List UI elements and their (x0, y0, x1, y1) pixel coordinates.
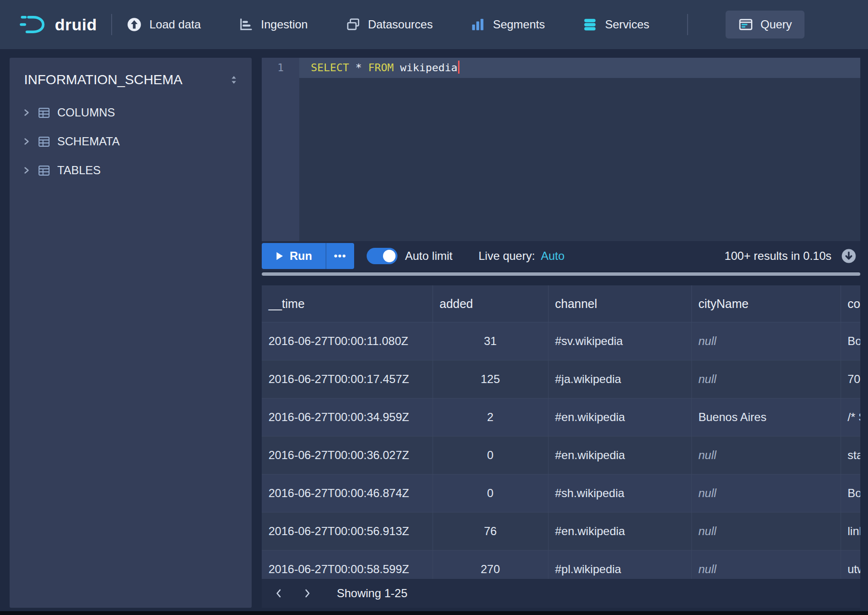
table-cell[interactable]: 2 (433, 398, 548, 436)
nav-divider (687, 14, 688, 35)
druid-brand[interactable]: druid (19, 13, 97, 36)
nav-item-datasources[interactable]: Datasources (345, 17, 433, 32)
table-cell[interactable]: 0 (433, 474, 548, 512)
table-cell[interactable]: 2016-06-27T00:00:56.913Z (262, 512, 433, 551)
nav-item-ingestion[interactable]: Ingestion (238, 17, 307, 32)
toggle-knob (383, 250, 396, 262)
table-header-row: __timeaddedchannelcityNamecomment (262, 285, 860, 322)
run-button[interactable]: Run (262, 243, 326, 269)
run-toolbar: Run ••• Auto limit Live query: Auto 100+… (262, 241, 860, 271)
chevron-right-icon (22, 166, 31, 175)
chevron-right-icon (22, 108, 31, 117)
table-cell[interactable]: 2016-06-27T00:00:34.959Z (262, 398, 433, 436)
sql-code-line: SELECT * FROM wikipedia (299, 58, 460, 241)
schema-title: INFORMATION_SCHEMA (24, 72, 182, 88)
table-cell[interactable]: 125 (433, 360, 548, 398)
nav-item-label: Datasources (368, 18, 433, 31)
table-row: 2016-06-27T00:00:46.874Z0#sh.wikipedianu… (262, 474, 860, 512)
tree-item-schemata[interactable]: SCHEMATA (10, 127, 252, 156)
services-icon (582, 17, 598, 32)
table-cell[interactable]: 2016-06-27T00:00:17.457Z (262, 360, 433, 398)
nav-item-query[interactable]: Query (726, 11, 804, 38)
table-cell[interactable]: link (841, 512, 860, 551)
sql-editor[interactable]: 1 SELECT * FROM wikipedia (262, 58, 860, 241)
double-caret-vertical-icon (229, 75, 239, 85)
column-header-time[interactable]: __time (262, 285, 433, 322)
table-row: 2016-06-27T00:00:56.913Z76#en.wikipedian… (262, 512, 860, 551)
table-cell[interactable]: /* S (841, 398, 860, 436)
sql-token: * (349, 62, 368, 74)
line-number: 1 (277, 62, 283, 74)
showing-label: Showing 1-25 (337, 587, 408, 600)
table-cell[interactable]: Bo (841, 474, 860, 512)
table-cell[interactable]: 2016-06-27T00:00:36.027Z (262, 436, 433, 474)
table-cell[interactable]: #en.wikipedia (548, 512, 691, 551)
table-cell[interactable]: null (691, 512, 841, 551)
table-cell[interactable]: 70. (841, 360, 860, 398)
bottom-strip (0, 611, 868, 615)
toggle-switch[interactable] (367, 248, 397, 264)
table-cell[interactable]: null (691, 474, 841, 512)
sql-token: FROM (368, 62, 394, 74)
table-cell[interactable]: 31 (433, 322, 548, 360)
results-meta: 100+ results in 0.10s (725, 247, 860, 265)
live-query-value[interactable]: Auto (541, 249, 564, 263)
nav-item-segments[interactable]: Segments (470, 17, 545, 32)
next-page-button[interactable] (296, 583, 318, 604)
table-cell[interactable]: #en.wikipedia (548, 436, 691, 474)
table-cell[interactable]: Buenos Aires (691, 398, 841, 436)
nav-item-services[interactable]: Services (582, 17, 649, 32)
table-row: 2016-06-27T00:00:17.457Z125#ja.wikipedia… (262, 360, 860, 398)
table-cell[interactable]: 2016-06-27T00:00:46.874Z (262, 474, 433, 512)
table-cell[interactable]: Bo (841, 322, 860, 360)
table-cell[interactable]: #sv.wikipedia (548, 322, 691, 360)
tree-item-tables[interactable]: TABLES (10, 156, 252, 185)
horizontal-scrollbar[interactable] (262, 272, 860, 276)
column-header-cityName[interactable]: cityName (691, 285, 841, 322)
nav-item-label: Query (761, 18, 792, 31)
results-area: __timeaddedchannelcityNamecomment2016-06… (262, 285, 860, 608)
prev-page-button[interactable] (268, 583, 290, 604)
nav-item-label: Services (605, 18, 649, 31)
play-icon (275, 251, 284, 261)
tree-item-label: TABLES (57, 164, 101, 177)
table-cell[interactable]: null (691, 436, 841, 474)
auto-limit-label: Auto limit (405, 249, 453, 263)
table-cell[interactable]: #ja.wikipedia (548, 360, 691, 398)
table-icon (38, 135, 51, 148)
run-more-button[interactable]: ••• (326, 243, 354, 269)
column-header-added[interactable]: added (433, 285, 548, 322)
main-nav: Load dataIngestionDatasourcesSegmentsSer… (127, 11, 804, 38)
schema-sidebar: INFORMATION_SCHEMA COLUMNSSCHEMATATABLES (10, 58, 252, 608)
top-navbar: druid Load dataIngestionDatasourcesSegme… (0, 0, 868, 49)
table-row: 2016-06-27T00:00:36.027Z0#en.wikipedianu… (262, 436, 860, 474)
auto-limit-toggle[interactable]: Auto limit (367, 248, 453, 264)
download-results-button[interactable] (840, 247, 857, 265)
run-button-label: Run (290, 249, 312, 263)
results-table: __timeaddedchannelcityNamecomment2016-06… (262, 285, 860, 589)
table-icon (38, 164, 51, 177)
schema-selector-button[interactable] (229, 75, 239, 85)
schema-tree: COLUMNSSCHEMATATABLES (10, 98, 252, 185)
table-cell[interactable]: #sh.wikipedia (548, 474, 691, 512)
upload-circle-icon (127, 17, 142, 32)
table-cell[interactable]: 76 (433, 512, 548, 551)
table-cell[interactable]: null (691, 322, 841, 360)
nav-item-load-data[interactable]: Load data (127, 17, 201, 32)
sql-token: SELECT (311, 62, 349, 74)
column-header-channel[interactable]: channel (548, 285, 691, 322)
tree-item-columns[interactable]: COLUMNS (10, 98, 252, 127)
column-header-comment[interactable]: comment (841, 285, 860, 322)
druid-logo-icon (19, 13, 47, 36)
table-cell[interactable]: null (691, 360, 841, 398)
table-cell[interactable]: #en.wikipedia (548, 398, 691, 436)
schema-header: INFORMATION_SCHEMA (10, 70, 252, 98)
table-cell[interactable]: 0 (433, 436, 548, 474)
chevron-right-icon (22, 137, 31, 146)
download-circle-icon (840, 247, 857, 265)
text-cursor (458, 61, 460, 74)
table-cell[interactable]: sta (841, 436, 860, 474)
pagination-bar: Showing 1-25 (262, 579, 860, 608)
table-cell[interactable]: 2016-06-27T00:00:11.080Z (262, 322, 433, 360)
nav-item-label: Load data (149, 18, 201, 31)
